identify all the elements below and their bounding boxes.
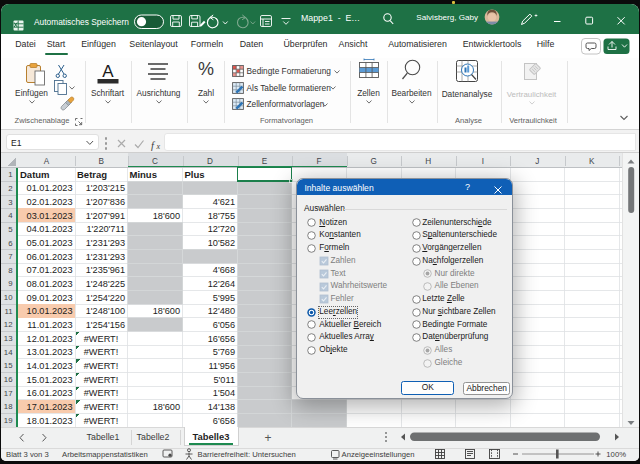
svg-text:#WERT!: #WERT!: [84, 375, 119, 385]
svg-text:5'011: 5'011: [213, 375, 235, 385]
svg-text:I: I: [482, 157, 484, 166]
svg-text:Automatisches Speichern: Automatisches Speichern: [34, 17, 129, 27]
svg-text:18'600: 18'600: [153, 306, 180, 316]
svg-text:1'254'220: 1'254'220: [86, 293, 125, 303]
svg-text:E: E: [262, 157, 268, 166]
svg-text:4: 4: [8, 211, 13, 220]
svg-text:11.01.2023: 11.01.2023: [27, 320, 72, 330]
svg-text:Plus: Plus: [185, 169, 205, 180]
svg-text:f: f: [151, 139, 156, 150]
svg-text:1'254'156: 1'254'156: [86, 320, 125, 330]
svg-text:07.01.2023: 07.01.2023: [27, 265, 73, 275]
svg-text:7: 7: [8, 252, 12, 261]
svg-text:#WERT!: #WERT!: [84, 416, 119, 426]
svg-text:6'056: 6'056: [213, 320, 235, 330]
svg-text:#WERT!: #WERT!: [84, 388, 119, 398]
svg-text:1: 1: [8, 170, 12, 179]
svg-text:12.01.2023: 12.01.2023: [27, 334, 73, 344]
svg-text:18'755: 18'755: [208, 211, 235, 221]
svg-text:F: F: [316, 157, 321, 166]
svg-text:1'207'991: 1'207'991: [86, 211, 125, 221]
svg-text:5: 5: [8, 225, 13, 234]
svg-text:B: B: [98, 157, 104, 166]
svg-text:12'264: 12'264: [208, 279, 235, 289]
svg-text:x: x: [156, 142, 161, 151]
svg-text:04.01.2023: 04.01.2023: [27, 224, 73, 234]
svg-text:17: 17: [4, 389, 13, 398]
svg-text:C: C: [152, 157, 158, 166]
svg-text:19: 19: [4, 416, 13, 425]
svg-text:#WERT!: #WERT!: [84, 402, 119, 412]
svg-text:14.01.2023: 14.01.2023: [27, 361, 73, 371]
svg-text:1'207'836: 1'207'836: [86, 197, 125, 207]
svg-text:09.01.2023: 09.01.2023: [27, 293, 73, 303]
svg-text:Datum: Datum: [20, 169, 50, 180]
svg-text:#WERT!: #WERT!: [84, 334, 119, 344]
svg-text:D: D: [207, 157, 213, 166]
svg-text:12'720: 12'720: [208, 224, 235, 234]
svg-text:01.01.2023: 01.01.2023: [27, 183, 73, 193]
svg-text:1'220'711: 1'220'711: [86, 224, 125, 234]
svg-text:A: A: [102, 62, 114, 81]
svg-text:4'621: 4'621: [213, 197, 235, 207]
svg-text:15: 15: [4, 361, 13, 370]
svg-text:18: 18: [4, 402, 13, 411]
svg-text:15.01.2023: 15.01.2023: [27, 375, 73, 385]
svg-text:06.01.2023: 06.01.2023: [27, 252, 73, 262]
svg-text:11: 11: [4, 307, 12, 316]
svg-text:11'956: 11'956: [208, 361, 235, 371]
svg-text:1'504: 1'504: [213, 388, 235, 398]
svg-text:Minus: Minus: [130, 169, 157, 180]
svg-text:5'995: 5'995: [213, 293, 235, 303]
svg-text:A: A: [44, 157, 50, 166]
svg-text:18'600: 18'600: [153, 211, 180, 221]
svg-text:9: 9: [8, 279, 12, 288]
svg-text:16: 16: [4, 375, 13, 384]
svg-text:1'231'293: 1'231'293: [86, 252, 125, 262]
svg-text:#WERT!: #WERT!: [84, 361, 119, 371]
svg-text:1'235'961: 1'235'961: [86, 265, 125, 275]
svg-text:8: 8: [8, 266, 12, 275]
svg-text:17.01.2023: 17.01.2023: [27, 402, 73, 412]
svg-text:13: 13: [4, 334, 13, 343]
svg-text:Betrag: Betrag: [77, 169, 107, 180]
svg-text:12: 12: [4, 320, 13, 329]
svg-text:5'769: 5'769: [213, 347, 235, 357]
svg-text:#WERT!: #WERT!: [84, 347, 119, 357]
svg-text:6: 6: [8, 239, 12, 248]
svg-text:2: 2: [8, 184, 12, 193]
svg-text:16'656: 16'656: [208, 334, 235, 344]
svg-text:18'600: 18'600: [153, 402, 180, 412]
svg-text:02.01.2023: 02.01.2023: [27, 197, 73, 207]
svg-text:H: H: [425, 157, 431, 166]
svg-text:K: K: [589, 157, 595, 166]
svg-text:6'656: 6'656: [213, 416, 235, 426]
svg-text:J: J: [535, 157, 539, 166]
svg-text:12'480: 12'480: [208, 306, 235, 316]
svg-text:G: G: [371, 157, 377, 166]
svg-text:03.01.2023: 03.01.2023: [27, 211, 73, 221]
svg-text:1'231'293: 1'231'293: [86, 238, 125, 248]
svg-text:10'582: 10'582: [208, 238, 235, 248]
svg-text:05.01.2023: 05.01.2023: [27, 238, 73, 248]
svg-text:13.01.2023: 13.01.2023: [27, 347, 73, 357]
svg-text:14: 14: [4, 348, 13, 357]
svg-text:10.01.2023: 10.01.2023: [27, 306, 73, 316]
svg-text:18.01.2023: 18.01.2023: [27, 416, 73, 426]
svg-text:4'668: 4'668: [213, 265, 235, 275]
svg-text:3: 3: [8, 198, 12, 207]
svg-text:1'203'215: 1'203'215: [86, 183, 125, 193]
svg-text:14'138: 14'138: [208, 402, 235, 412]
svg-text:1'248'225: 1'248'225: [86, 279, 125, 289]
svg-text:08.01.2023: 08.01.2023: [27, 279, 73, 289]
svg-text:10: 10: [4, 293, 13, 302]
svg-text:1'248'100: 1'248'100: [86, 306, 125, 316]
svg-text:16.01.2023: 16.01.2023: [27, 388, 73, 398]
